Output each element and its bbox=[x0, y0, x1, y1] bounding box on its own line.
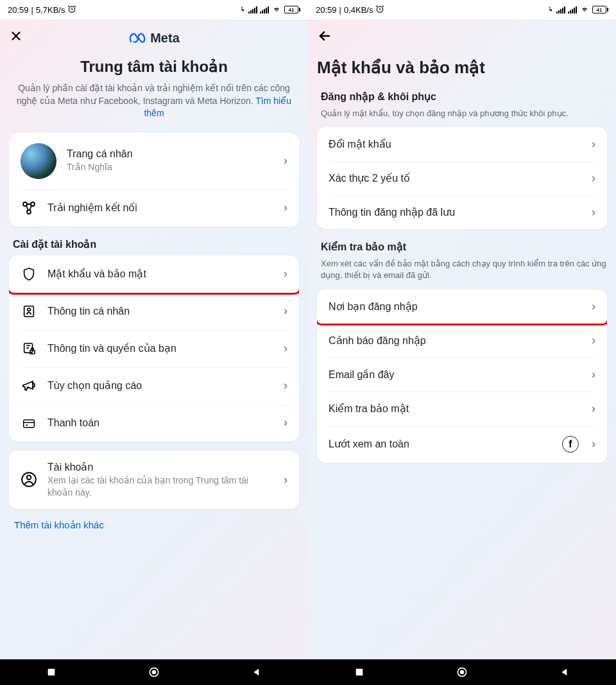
profile-row[interactable]: Trang cá nhân Trần Nghĩa › bbox=[9, 133, 299, 189]
add-account-link[interactable]: Thêm tài khoản khác bbox=[9, 509, 299, 531]
battery-icon: 41 bbox=[592, 6, 608, 13]
chevron-right-icon: › bbox=[592, 368, 595, 381]
credit-card-icon bbox=[21, 415, 37, 431]
wifi-icon bbox=[579, 5, 590, 15]
svg-rect-8 bbox=[24, 420, 35, 428]
page-subtitle: Quản lý phần cài đặt tài khoản và trải n… bbox=[9, 82, 299, 120]
two-factor-row[interactable]: Xác thực 2 yếu tố › bbox=[317, 161, 607, 195]
svg-point-3 bbox=[27, 210, 31, 214]
connected-experiences-row[interactable]: Trải nghiệm kết nối › bbox=[9, 189, 299, 227]
page-title: Mật khẩu và bảo mật bbox=[317, 58, 607, 78]
wifi-icon bbox=[271, 5, 282, 15]
id-card-icon bbox=[21, 303, 37, 320]
status-netspeed: 5,7KB/s bbox=[36, 5, 65, 15]
chevron-right-icon: › bbox=[284, 201, 287, 214]
saved-login-row[interactable]: Thông tin đăng nhập đã lưu › bbox=[317, 195, 607, 229]
meta-logo: Meta bbox=[128, 31, 180, 46]
avatar bbox=[21, 143, 56, 179]
file-lock-icon bbox=[21, 340, 37, 357]
chevron-right-icon: › bbox=[592, 402, 595, 415]
accounts-row[interactable]: Tài khoản Xem lại các tài khoản của bạn … bbox=[9, 451, 299, 509]
nav-home-icon[interactable] bbox=[456, 666, 468, 679]
bluetooth-icon bbox=[547, 4, 554, 15]
nav-recent-icon[interactable] bbox=[353, 666, 366, 679]
chevron-right-icon: › bbox=[284, 473, 287, 487]
chevron-right-icon: › bbox=[592, 171, 595, 185]
status-netspeed: 0,4KB/s bbox=[344, 5, 373, 15]
chevron-right-icon: › bbox=[592, 437, 595, 451]
recent-emails-row[interactable]: Email gần đây › bbox=[317, 358, 607, 392]
back-icon[interactable] bbox=[317, 28, 332, 48]
ad-preferences-row[interactable]: Tùy chọn quảng cáo › bbox=[9, 367, 299, 404]
nav-back-icon[interactable] bbox=[558, 666, 571, 679]
where-logged-in-row[interactable]: Nơi bạn đăng nhập › bbox=[317, 290, 607, 325]
facebook-icon: f bbox=[562, 436, 579, 453]
signal-icon bbox=[568, 6, 577, 13]
svg-point-5 bbox=[28, 308, 31, 311]
nav-home-icon[interactable] bbox=[148, 666, 160, 679]
signal-icon bbox=[248, 6, 257, 13]
safe-browsing-row[interactable]: Lướt xem an toàn f › bbox=[317, 426, 607, 463]
section-label: Cài đặt tài khoản bbox=[13, 238, 299, 250]
battery-icon: 41 bbox=[284, 6, 300, 13]
nav-back-icon[interactable] bbox=[250, 666, 263, 679]
page-title: Trung tâm tài khoản bbox=[9, 58, 299, 76]
change-password-row[interactable]: Đổi mật khẩu › bbox=[317, 127, 607, 161]
chevron-right-icon: › bbox=[592, 137, 595, 151]
svg-rect-12 bbox=[48, 669, 55, 676]
chevron-right-icon: › bbox=[592, 334, 595, 347]
payment-row[interactable]: Thanh toán › bbox=[9, 404, 299, 442]
screen-password-security: 20:59 | 0,4KB/s 41 Mật khẩu và bảo mật Đ… bbox=[308, 0, 616, 659]
user-circle-icon bbox=[21, 471, 37, 488]
password-security-row[interactable]: Mật khẩu và bảo mật › bbox=[9, 256, 299, 295]
info-permissions-row[interactable]: Thông tin và quyền của bạn › bbox=[9, 330, 299, 367]
status-bar: 20:59 | 0,4KB/s 41 bbox=[308, 0, 616, 19]
status-bar: 20:59 | 5,7KB/s 41 bbox=[0, 0, 308, 19]
connected-icon bbox=[21, 200, 37, 216]
chevron-right-icon: › bbox=[284, 267, 287, 281]
chevron-right-icon: › bbox=[592, 300, 595, 313]
login-alerts-row[interactable]: Cảnh báo đăng nhập › bbox=[317, 324, 607, 358]
alarm-icon bbox=[67, 4, 76, 15]
android-nav-bar bbox=[0, 659, 616, 685]
section-sub: Quản lý mật khẩu, tùy chọn đăng nhập và … bbox=[321, 108, 607, 119]
security-checkup-row[interactable]: Kiểm tra bảo mật › bbox=[317, 392, 607, 426]
personal-info-row[interactable]: Thông tin cá nhân › bbox=[9, 293, 299, 330]
chevron-right-icon: › bbox=[592, 205, 595, 219]
chevron-right-icon: › bbox=[284, 154, 287, 168]
signal-icon bbox=[556, 6, 565, 13]
chevron-right-icon: › bbox=[284, 416, 287, 429]
shield-icon bbox=[21, 266, 37, 282]
profile-title: Trang cá nhân bbox=[67, 148, 273, 160]
section-label: Kiểm tra bảo mật bbox=[321, 241, 607, 253]
status-time: 20:59 bbox=[316, 5, 337, 15]
svg-rect-15 bbox=[356, 669, 363, 676]
megaphone-icon bbox=[21, 377, 37, 394]
section-label: Đăng nhập & khôi phục bbox=[321, 91, 607, 103]
signal-icon bbox=[260, 6, 269, 13]
chevron-right-icon: › bbox=[284, 379, 287, 392]
chevron-right-icon: › bbox=[284, 342, 287, 355]
svg-point-10 bbox=[27, 476, 31, 480]
bluetooth-icon bbox=[239, 4, 246, 15]
nav-recent-icon[interactable] bbox=[45, 666, 58, 679]
chevron-right-icon: › bbox=[284, 304, 287, 318]
svg-point-14 bbox=[153, 671, 156, 674]
section-sub: Xem xét các vấn đề bảo mật bằng cách chạ… bbox=[321, 258, 607, 281]
screen-accounts-center: 20:59 | 5,7KB/s 41 Meta bbox=[0, 0, 308, 659]
svg-point-17 bbox=[461, 671, 464, 674]
alarm-icon bbox=[375, 4, 384, 15]
status-time: 20:59 bbox=[8, 5, 29, 15]
profile-name: Trần Nghĩa bbox=[67, 161, 273, 173]
close-icon[interactable] bbox=[9, 29, 23, 47]
